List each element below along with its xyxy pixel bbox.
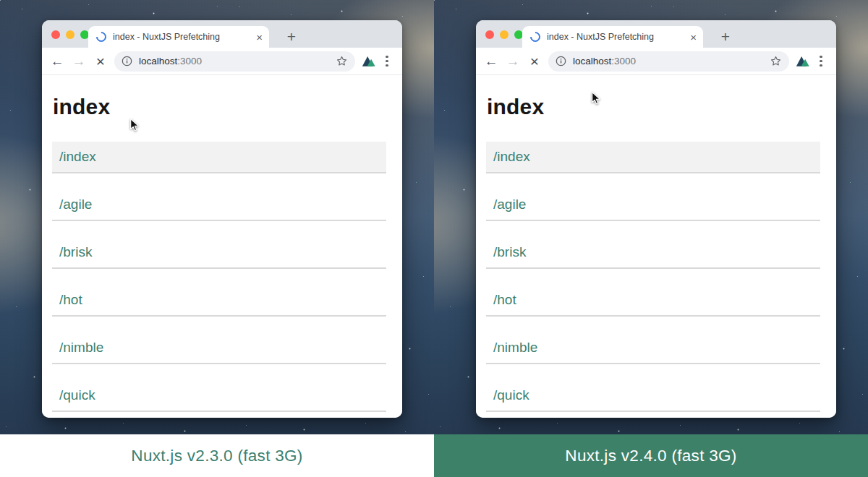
minimize-window-button[interactable] xyxy=(500,30,509,39)
tab-title: index - NuxtJS Prefetching xyxy=(547,32,686,42)
page-content: index /index /agile /brisk /hot /nimble … xyxy=(42,75,402,418)
link-nimble[interactable]: /nimble xyxy=(52,332,386,364)
page-title: index xyxy=(487,95,820,119)
url-text: localhost:3000 xyxy=(139,56,202,66)
tab-close-icon[interactable]: × xyxy=(256,32,263,43)
url-text: localhost:3000 xyxy=(573,56,636,66)
minimize-window-button[interactable] xyxy=(66,30,75,39)
link-list: /index /agile /brisk /hot /nimble /quick xyxy=(52,142,386,412)
forward-icon[interactable]: → xyxy=(502,51,524,72)
close-window-button[interactable] xyxy=(51,30,60,39)
bookmark-star-icon[interactable] xyxy=(336,55,348,67)
link-index[interactable]: /index xyxy=(52,142,386,173)
page-title: index xyxy=(53,95,386,119)
bookmark-star-icon[interactable] xyxy=(770,55,782,67)
mouse-cursor xyxy=(127,118,140,132)
address-bar[interactable]: localhost:3000 xyxy=(114,51,355,72)
link-quick[interactable]: /quick xyxy=(486,380,820,412)
back-icon[interactable]: ← xyxy=(480,51,502,72)
address-bar[interactable]: localhost:3000 xyxy=(548,51,789,72)
page-content: index /index /agile /brisk /hot /nimble … xyxy=(476,75,836,418)
loading-spinner-icon xyxy=(94,30,109,44)
caption-right: Nuxt.js v2.4.0 (fast 3G) xyxy=(434,434,868,477)
menu-icon[interactable] xyxy=(379,51,395,72)
window-controls xyxy=(51,30,89,39)
back-icon[interactable]: ← xyxy=(46,51,68,72)
stop-icon[interactable]: × xyxy=(90,51,111,72)
screen-left: index - NuxtJS Prefetching × + ← → × loc… xyxy=(0,0,434,477)
wallpaper-stars xyxy=(0,0,1,1)
info-icon xyxy=(122,56,132,66)
nuxt-extension-icon[interactable] xyxy=(359,51,379,72)
tab-strip: index - NuxtJS Prefetching × + xyxy=(42,20,402,48)
nuxt-extension-icon[interactable] xyxy=(793,51,813,72)
browser-toolbar: ← → × localhost:3000 xyxy=(476,48,836,75)
screen-right: index - NuxtJS Prefetching × + ← → × loc… xyxy=(434,0,868,477)
tab-strip: index - NuxtJS Prefetching × + xyxy=(476,20,836,48)
window-controls xyxy=(485,30,523,39)
browser-window-left: index - NuxtJS Prefetching × + ← → × loc… xyxy=(42,20,402,418)
tab-close-icon[interactable]: × xyxy=(690,32,697,43)
link-list: /index /agile /brisk /hot /nimble /quick xyxy=(486,142,820,412)
stop-icon[interactable]: × xyxy=(524,51,545,72)
link-brisk[interactable]: /brisk xyxy=(486,237,820,269)
link-nimble[interactable]: /nimble xyxy=(486,332,820,364)
link-hot[interactable]: /hot xyxy=(486,285,820,317)
browser-window-right: index - NuxtJS Prefetching × + ← → × loc… xyxy=(476,20,836,418)
forward-icon[interactable]: → xyxy=(68,51,90,72)
link-agile[interactable]: /agile xyxy=(486,189,820,221)
info-icon xyxy=(556,56,566,66)
link-hot[interactable]: /hot xyxy=(52,285,386,317)
loading-spinner-icon xyxy=(528,30,542,44)
close-window-button[interactable] xyxy=(485,30,494,39)
link-index[interactable]: /index xyxy=(486,142,820,173)
desktop: index - NuxtJS Prefetching × + ← → × loc… xyxy=(0,0,868,477)
tab-title: index - NuxtJS Prefetching xyxy=(113,32,252,42)
new-tab-button[interactable]: + xyxy=(715,26,736,48)
link-quick[interactable]: /quick xyxy=(52,380,386,412)
link-brisk[interactable]: /brisk xyxy=(52,237,386,269)
link-agile[interactable]: /agile xyxy=(52,189,386,221)
new-tab-button[interactable]: + xyxy=(281,26,302,48)
browser-toolbar: ← → × localhost:3000 xyxy=(42,48,402,75)
wallpaper-stars xyxy=(434,0,435,1)
menu-icon[interactable] xyxy=(813,51,829,72)
caption-left: Nuxt.js v2.3.0 (fast 3G) xyxy=(0,434,434,477)
browser-tab[interactable]: index - NuxtJS Prefetching × xyxy=(522,26,703,48)
mouse-cursor xyxy=(589,91,601,105)
browser-tab[interactable]: index - NuxtJS Prefetching × xyxy=(88,26,269,48)
